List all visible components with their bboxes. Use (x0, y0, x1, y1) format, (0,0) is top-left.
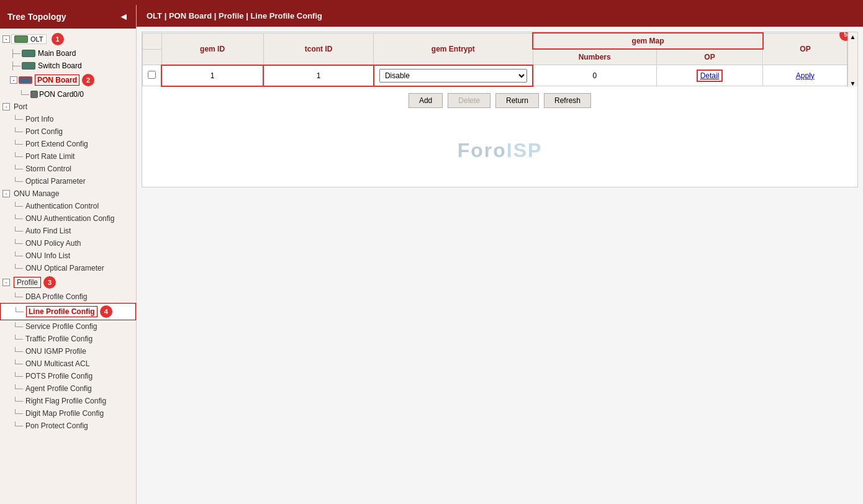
expand-olt-icon[interactable]: - (2, 35, 10, 43)
olt-label: OLT (30, 35, 43, 43)
tree-connector2: ├─ (10, 61, 20, 70)
tree-item-pon-board[interactable]: - PON Board 2 (0, 72, 136, 88)
action-buttons: Add Delete Return Refresh (142, 87, 857, 114)
tree-item-olt[interactable]: - OLT 1 (0, 31, 136, 47)
profile-expand-icon[interactable]: - (2, 279, 10, 286)
table-row: 1 1 Disable Enable 0 (143, 65, 847, 86)
gem-entrypt-cell: Disable Enable (374, 65, 533, 86)
nav-auto-find[interactable]: └─Auto Find List (0, 225, 136, 237)
nav-storm-control[interactable]: └─Storm Control (0, 163, 136, 175)
profile-badge-number: 3 (43, 276, 56, 289)
profile-section[interactable]: - Profile 3 (0, 274, 136, 290)
switch-board-label: Switch Board (38, 61, 82, 70)
row-checkbox[interactable] (148, 71, 156, 79)
pon-board-badge: 2 (82, 74, 94, 86)
nav-port-extend-config[interactable]: └─Port Extend Config (0, 138, 136, 150)
sidebar-header: Tree Topology ◄ (0, 5, 136, 29)
profile-label: Profile (14, 277, 41, 288)
nav-traffic-profile[interactable]: └─Traffic Profile Config (0, 333, 136, 345)
nav-digit-map[interactable]: └─Digit Map Profile Config (0, 407, 136, 420)
tree-connector3: └─ (19, 90, 29, 99)
numbers-cell: 0 (533, 65, 656, 86)
pon-card-icon (30, 91, 38, 98)
delete-button[interactable]: Delete (448, 93, 490, 108)
detail-badge: 5 (839, 32, 847, 41)
nav-onu-multicast[interactable]: └─ONU Multicast ACL (0, 358, 136, 370)
th-tcont-id: tcont ID (263, 33, 374, 65)
scroll-down-icon[interactable]: ▼ (850, 80, 856, 87)
sidebar-tree: - OLT 1 ├─ Main Board ├─ Switch Board (0, 29, 136, 504)
onu-expand-icon[interactable]: - (2, 190, 10, 197)
op-cell: Apply (763, 65, 847, 86)
th-gem-id: gem ID (161, 33, 263, 65)
nav-pon-protect[interactable]: └─Pon Protect Config (0, 420, 136, 432)
table-container: gem ID tcont ID gem Entrypt gem Map OP 5 (142, 32, 858, 187)
expand-pon-icon[interactable]: - (10, 76, 17, 84)
tree-item-main-board[interactable]: ├─ Main Board (0, 47, 136, 60)
tcont-id-cell: 1 (263, 65, 374, 86)
gem-id-cell: 1 (161, 65, 263, 86)
main-layout: Tree Topology ◄ - OLT 1 ├─ Main Board (0, 5, 863, 504)
tree-item-switch-board[interactable]: ├─ Switch Board (0, 60, 136, 72)
line-profile-badge: 4 (100, 305, 112, 318)
gem-map-op-cell: Detail (656, 65, 763, 86)
onu-manage-label: ONU Manage (14, 189, 59, 198)
nav-onu-igmp[interactable]: └─ONU IGMP Profile (0, 345, 136, 358)
nav-right-flag[interactable]: └─Right Flag Profile Config (0, 395, 136, 407)
row-checkbox-cell (143, 65, 162, 86)
apply-link[interactable]: Apply (796, 71, 815, 80)
content-area: OLT | PON Board | Profile | Line Profile… (137, 5, 863, 504)
add-button[interactable]: Add (409, 93, 443, 108)
sidebar: Tree Topology ◄ - OLT 1 ├─ Main Board (0, 5, 137, 504)
th-checkbox (143, 33, 162, 49)
top-bar (0, 0, 863, 5)
switch-board-icon (22, 62, 35, 70)
th-gem-map-numbers: Numbers (533, 49, 656, 65)
port-section-label: Port (14, 102, 27, 111)
port-section[interactable]: - Port (0, 101, 136, 113)
th-op: OP 5 (763, 33, 847, 65)
nav-onu-info[interactable]: └─ONU Info List (0, 250, 136, 262)
nav-auth-control[interactable]: └─Authentication Control (0, 200, 136, 212)
breadcrumb: OLT | PON Board | Profile | Line Profile… (137, 5, 863, 27)
refresh-button[interactable]: Refresh (544, 93, 591, 108)
nav-service-profile[interactable]: └─Service Profile Config (0, 320, 136, 333)
nav-pots-profile[interactable]: └─POTS Profile Config (0, 370, 136, 382)
nav-optical-param[interactable]: └─Optical Parameter (0, 175, 136, 187)
nav-onu-policy[interactable]: └─ONU Policy Auth (0, 237, 136, 250)
nav-dba-profile[interactable]: └─DBA Profile Config (0, 290, 136, 303)
nav-onu-auth-config[interactable]: └─ONU Authentication Config (0, 212, 136, 225)
return-button[interactable]: Return (495, 93, 539, 108)
th-gem-entrypt: gem Entrypt (374, 33, 533, 65)
nav-agent-profile[interactable]: └─Agent Profile Config (0, 382, 136, 395)
tree-item-pon-card[interactable]: └─ PON Card0/0 (0, 88, 136, 101)
scroll-up-icon[interactable]: ▲ (850, 34, 856, 40)
sidebar-title: Tree Topology (7, 12, 66, 22)
olt-badge-number: 1 (52, 33, 64, 45)
main-board-icon (22, 50, 35, 57)
th-gem-map-op: OP (656, 49, 763, 65)
detail-link[interactable]: Detail (697, 70, 723, 82)
olt-node-icon (14, 35, 28, 43)
onu-manage-section[interactable]: - ONU Manage (0, 187, 136, 200)
nav-port-info[interactable]: └─Port Info (0, 113, 136, 125)
content-body: gem ID tcont ID gem Entrypt gem Map OP 5 (137, 27, 863, 504)
nav-line-profile[interactable]: └─ Line Profile Config 4 (0, 303, 136, 320)
port-expand-icon[interactable]: - (2, 103, 10, 110)
scrollbar: ▲ ▼ (847, 32, 857, 87)
watermark: ForoISP (142, 114, 857, 187)
tree-connector: ├─ (10, 49, 20, 58)
th-gem-map: gem Map (533, 33, 763, 49)
gem-table: gem ID tcont ID gem Entrypt gem Map OP 5 (142, 32, 847, 87)
nav-port-config[interactable]: └─Port Config (0, 125, 136, 138)
nav-onu-optical[interactable]: └─ONU Optical Parameter (0, 262, 136, 274)
sidebar-toggle-icon[interactable]: ◄ (119, 11, 129, 22)
main-board-label: Main Board (38, 49, 76, 58)
gem-entrypt-select[interactable]: Disable Enable (379, 69, 527, 83)
watermark-text: ForoISP (458, 139, 543, 162)
pon-board-icon (19, 76, 32, 84)
nav-port-rate-limit[interactable]: └─Port Rate Limit (0, 150, 136, 163)
olt-badge: OLT (11, 34, 47, 44)
th-checkbox2 (143, 49, 162, 65)
pon-card-label: PON Card0/0 (39, 90, 84, 99)
